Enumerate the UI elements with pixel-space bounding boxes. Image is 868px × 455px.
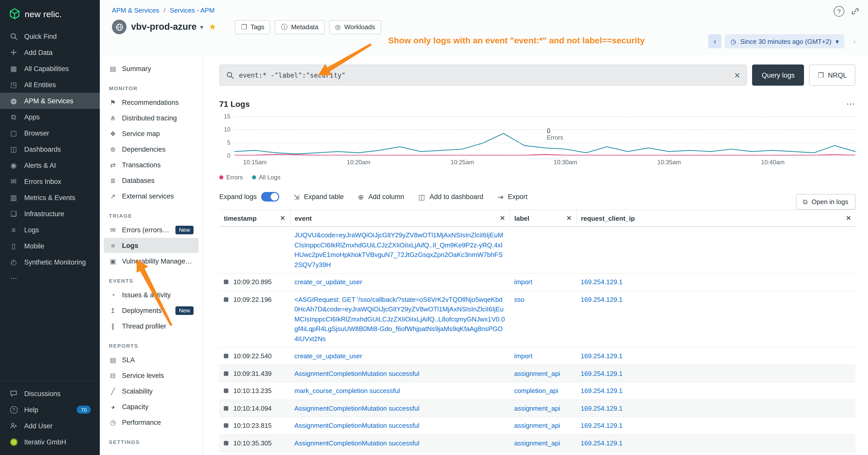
log-event-link[interactable]: JUQVU&code=eyJraWQiOiJjcGltY29yZV8wOTl1M… [294, 231, 503, 268]
log-row[interactable]: 10:10:13.235 mark_course_completion succ… [219, 382, 856, 399]
clear-query-icon[interactable]: × [735, 70, 740, 80]
global-nav-item[interactable]: Quick Find [0, 28, 100, 44]
log-event-link[interactable]: AssignmentCompletionMutation successful [294, 369, 420, 377]
log-row[interactable]: 10:09:31.439 AssignmentCompletionMutatio… [219, 365, 856, 382]
subnav-item[interactable]: ╱ Scalability [104, 384, 198, 398]
toolbar-button[interactable]: ⊕ Add column [358, 193, 404, 201]
column-header[interactable]: request_client_ip × [576, 210, 856, 227]
toolbar-button[interactable]: ⇥ Export [497, 193, 527, 201]
global-nav-item[interactable]: ▢ Browser [0, 125, 100, 141]
time-back-button[interactable]: ‹ [708, 34, 721, 48]
log-event-link[interactable]: create_or_update_user [294, 278, 362, 286]
global-nav-item[interactable]: ▥ Metrics & Events [0, 190, 100, 205]
open-in-logs-button[interactable]: ⧉ Open in logs [796, 194, 856, 209]
subnav-item[interactable]: ◷ Performance [104, 415, 198, 430]
log-event-link[interactable]: AssignmentCompletionMutation successful [294, 404, 420, 412]
toolbar-button[interactable]: ◫ Add to dashboard [418, 193, 484, 201]
subnav-item[interactable]: ⚑ Recommendations [104, 95, 198, 110]
global-nav-item[interactable]: ⋯ [0, 270, 100, 286]
log-event-link[interactable]: <ASGIRequest: GET '/sso/callback/?state=… [294, 295, 505, 343]
global-nav-item[interactable]: ✉ Errors Inbox [0, 173, 100, 190]
global-nav-footer-item[interactable]: Iterativ GmbH [0, 434, 100, 450]
toolbar-button[interactable]: Expand logs [219, 192, 279, 201]
log-row[interactable]: 10:09:20.895 create_or_update_user impor… [219, 273, 856, 291]
log-event-link[interactable]: mark_course_completion successful [294, 387, 400, 394]
global-nav-item[interactable]: ▦ All Capabilities [0, 61, 100, 76]
log-ip-link[interactable]: 169.254.129.1 [581, 295, 622, 303]
global-nav-item[interactable]: ❏ Infrastructure [0, 205, 100, 222]
help-icon[interactable]: ? [834, 6, 844, 17]
global-nav-item[interactable]: ≡ Logs [0, 222, 100, 238]
log-row[interactable]: 10:09:22.196 <ASGIRequest: GET '/sso/cal… [219, 291, 856, 348]
subnav-item[interactable]: ❖ Service map [104, 126, 198, 141]
global-nav-item[interactable]: ◳ All Entities [0, 76, 100, 93]
subnav-item[interactable]: ≡ Logs [104, 238, 198, 253]
breadcrumb-link-apm-services[interactable]: APM & Services [112, 6, 159, 14]
subnav-item[interactable]: ⇄ Transactions [104, 157, 198, 172]
chart-menu-icon[interactable]: ⋯ [846, 99, 856, 109]
subnav-item[interactable]: ⋔ Distributed tracing [104, 110, 198, 126]
log-event-link[interactable]: AssignmentCompletionMutation successful [294, 439, 420, 447]
toolbar-button[interactable]: ⇲ Expand table [293, 193, 344, 201]
new-relic-logo[interactable]: new relic. [0, 0, 100, 28]
global-nav-item[interactable]: ◫ Dashboards [0, 141, 100, 157]
subnav-item[interactable]: ↗ External services [104, 189, 198, 203]
remove-column-icon[interactable]: × [846, 214, 851, 222]
subnav-item[interactable]: ≣ Databases [104, 173, 198, 188]
global-nav-footer-item[interactable]: Discussions [0, 386, 100, 401]
log-ip-link[interactable]: 169.254.129.1 [581, 352, 622, 360]
log-label-link[interactable]: import [514, 352, 532, 360]
log-ip-link[interactable]: 169.254.129.1 [581, 422, 622, 429]
log-row[interactable]: 10:09:22.540 create_or_update_user impor… [219, 348, 856, 365]
log-label-link[interactable]: completion_api [514, 387, 558, 394]
subnav-item[interactable]: ⊚ Dependencies [104, 141, 198, 157]
breadcrumb-link-services-apm[interactable]: Services - APM [170, 6, 215, 14]
global-nav-footer-item[interactable]: ? Help 70 [0, 401, 100, 418]
entity-action-chip[interactable]: ◎ Workloads [329, 20, 381, 34]
column-header[interactable]: event × [290, 210, 509, 227]
entity-action-chip[interactable]: ❐ Tags [235, 20, 271, 34]
permalink-icon[interactable] [851, 7, 859, 15]
subnav-item[interactable]: ⊟ Service levels [104, 368, 198, 383]
favorite-star-icon[interactable]: ★ [209, 22, 217, 32]
remove-column-icon[interactable]: × [566, 214, 571, 222]
subnav-item[interactable]: ✉ Errors (errors inb... New [104, 222, 198, 237]
nrql-button[interactable]: ❒ NRQL [809, 65, 856, 86]
log-label-link[interactable]: assignment_api [514, 404, 560, 412]
log-label-link[interactable]: import [514, 278, 532, 286]
legend-item[interactable]: All Logs [252, 174, 280, 181]
log-label-link[interactable]: assignment_api [514, 439, 560, 447]
global-nav-item[interactable]: ▯ Mobile [0, 238, 100, 254]
log-row[interactable]: 10:10:44.066 AssignmentCompletionMutatio… [219, 452, 856, 455]
log-ip-link[interactable]: 169.254.129.1 [581, 369, 622, 377]
query-logs-button[interactable]: Query logs [752, 65, 804, 86]
log-ip-link[interactable]: 169.254.129.1 [581, 439, 622, 447]
log-label-link[interactable]: assignment_api [514, 369, 560, 377]
log-row[interactable]: JUQVU&code=eyJraWQiOiJjcGltY29yZV8wOTl1M… [219, 227, 856, 273]
subnav-item[interactable]: ◕ Capacity [104, 399, 198, 414]
global-nav-item[interactable]: ⧉ Apps [0, 109, 100, 125]
global-nav-item[interactable]: ◉ Alerts & AI [0, 157, 100, 173]
subnav-item[interactable]: ▣ Vulnerability Management [104, 254, 198, 268]
entity-action-chip[interactable]: ⓘ Metadata [275, 20, 324, 34]
remove-column-icon[interactable]: × [500, 214, 505, 222]
log-row[interactable]: 10:10:14.094 AssignmentCompletionMutatio… [219, 399, 856, 417]
log-label-link[interactable]: sso [514, 295, 524, 303]
subnav-item[interactable]: ∥ Thread profiler [104, 319, 198, 333]
subnav-item[interactable]: ◔ Issues & activity [104, 287, 198, 302]
log-row[interactable]: 10:10:35.305 AssignmentCompletionMutatio… [219, 434, 856, 452]
chart-plot-area[interactable]: 0 Errors [235, 117, 856, 156]
subnav-item[interactable]: ▤ SLA [104, 352, 198, 367]
remove-column-icon[interactable]: × [280, 214, 285, 222]
legend-item[interactable]: Errors [219, 174, 243, 181]
log-query-input[interactable]: event:* -"label":"security" × [219, 65, 747, 86]
time-range-picker[interactable]: ◷ Since 30 minutes ago (GMT+2) ▾ [725, 34, 844, 48]
log-event-link[interactable]: create_or_update_user [294, 352, 362, 360]
log-event-link[interactable]: AssignmentCompletionMutation successful [294, 422, 420, 429]
global-nav-item[interactable]: ◴ Synthetic Monitoring [0, 254, 100, 270]
global-nav-footer-item[interactable]: Add User [0, 418, 100, 434]
entity-chevron-down-icon[interactable]: ▾ [200, 24, 203, 31]
column-header[interactable]: timestamp × [219, 210, 290, 227]
log-label-link[interactable]: assignment_api [514, 422, 560, 429]
log-ip-link[interactable]: 169.254.129.1 [581, 404, 622, 412]
